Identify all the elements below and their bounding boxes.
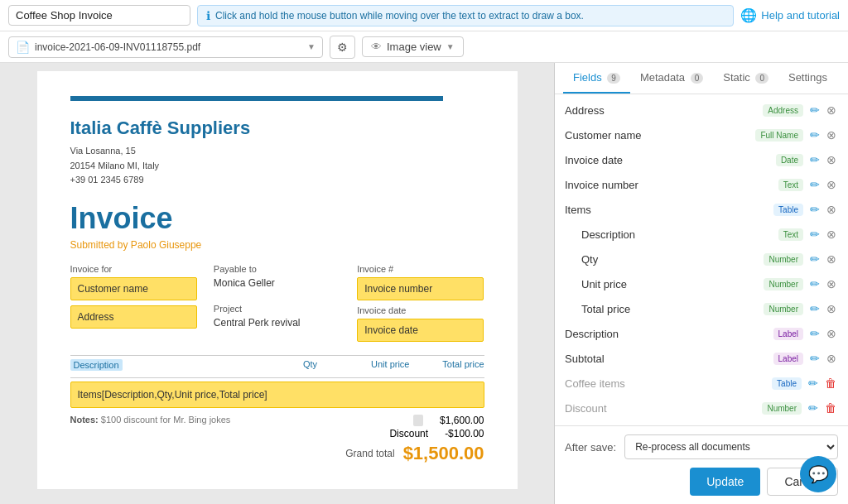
- subtotal-line: $1,600.00: [345, 415, 484, 426]
- invoice-date-label: Invoice date: [357, 305, 484, 315]
- edit-total-price-btn[interactable]: ✏: [808, 300, 822, 317]
- invoice-date-field[interactable]: Invoice date: [357, 319, 484, 342]
- delete-total-price-btn[interactable]: ⊗: [825, 300, 838, 317]
- tab-fields-label: Fields: [573, 71, 602, 84]
- field-row-address: Address Address ✏ ⊗: [555, 98, 848, 122]
- tab-fields-badge: 9: [607, 73, 620, 84]
- field-name-customer: Customer name: [565, 129, 750, 142]
- chat-icon: 💬: [808, 464, 829, 484]
- fields-panel: Fields 9 Metadata 0 Static 0 Settings Ad…: [555, 63, 848, 504]
- file-selector[interactable]: 📄 invoice-2021-06-09-INV01118755.pdf ▼: [8, 36, 323, 58]
- delete-subtotal-btn[interactable]: ⊗: [825, 350, 838, 367]
- notes-row: Notes: $100 discount for Mr. Bing jokes …: [70, 415, 484, 464]
- help-link[interactable]: 🌐 Help and tutorial: [740, 7, 840, 23]
- chat-button[interactable]: 💬: [800, 456, 836, 492]
- main-layout: Italia Caffè Suppliers Via Losanna, 15 2…: [0, 63, 848, 504]
- field-name-qty: Qty: [565, 253, 759, 266]
- discount-line: Discount -$100.00: [345, 428, 484, 439]
- after-save-select[interactable]: Re-process all documents Do nothing Proc…: [624, 434, 838, 459]
- delete-address-btn[interactable]: ⊗: [825, 102, 838, 118]
- delete-invoice-number-btn[interactable]: ⊗: [825, 176, 838, 193]
- tab-metadata-label: Metadata: [640, 71, 685, 84]
- edit-qty-btn[interactable]: ✏: [808, 251, 822, 267]
- grand-total-label: Grand total: [345, 448, 394, 459]
- filter-button[interactable]: ⚙: [330, 36, 355, 59]
- field-actions-description-label: ✏ ⊗: [808, 325, 838, 342]
- delete-unit-price-btn[interactable]: ⊗: [825, 276, 838, 292]
- field-name-items: Items: [565, 204, 768, 216]
- field-actions-coffee-items: ✏ 🗑: [807, 375, 838, 391]
- tab-fields[interactable]: Fields 9: [563, 63, 630, 94]
- edit-invoice-date-btn[interactable]: ✏: [808, 151, 822, 168]
- tab-metadata[interactable]: Metadata 0: [630, 63, 713, 94]
- invoice-for-col: Invoice for Customer name Address: [70, 264, 197, 342]
- edit-coffee-items-btn[interactable]: ✏: [807, 375, 820, 391]
- field-actions-subtotal: ✏ ⊗: [808, 350, 838, 367]
- field-tag-description-label: Label: [773, 328, 803, 340]
- doc-title-input[interactable]: [8, 5, 190, 26]
- address-field[interactable]: Address: [70, 305, 197, 329]
- field-name-unit-price: Unit price: [565, 278, 759, 290]
- subtotal-value: $1,600.00: [440, 415, 484, 426]
- company-name: Italia Caffè Suppliers: [70, 118, 484, 139]
- panel-tabs: Fields 9 Metadata 0 Static 0 Settings: [555, 63, 848, 94]
- delete-invoice-date-btn[interactable]: ⊗: [825, 151, 838, 168]
- field-row-coffee-items: Coffee items Table ✏ 🗑: [555, 371, 848, 396]
- info-banner: ℹ Click and hold the mouse button while …: [197, 5, 734, 26]
- notes-label: Notes:: [70, 415, 99, 425]
- field-actions-items: ✏ ⊗: [808, 201, 838, 218]
- update-button[interactable]: Update: [690, 468, 760, 496]
- edit-invoice-number-btn[interactable]: ✏: [808, 176, 822, 193]
- submitted-by: Submitted by Paolo Giuseppe: [70, 239, 484, 251]
- edit-customer-btn[interactable]: ✏: [808, 127, 822, 143]
- payable-to-value: Monica Geller: [214, 277, 340, 289]
- save-row: After save: Re-process all documents Do …: [565, 434, 838, 459]
- field-name-subtotal: Subtotal: [565, 353, 768, 365]
- delete-coffee-items-btn[interactable]: 🗑: [823, 375, 838, 391]
- field-row-items: Items Table ✏ ⊗: [555, 197, 848, 222]
- field-actions-invoice-number: ✏ ⊗: [808, 176, 838, 193]
- field-actions-description-sub: ✏ ⊗: [808, 226, 838, 242]
- desc-col-header: Description: [70, 359, 286, 374]
- edit-subtotal-btn[interactable]: ✏: [808, 350, 822, 367]
- discount-label: Discount: [389, 428, 428, 439]
- edit-discount-btn[interactable]: ✏: [807, 400, 820, 416]
- edit-unit-price-btn[interactable]: ✏: [808, 276, 822, 292]
- company-address: Via Losanna, 15 20154 Milano MI, Italy +…: [70, 144, 484, 188]
- fields-list: Address Address ✏ ⊗ Customer name Full N…: [555, 94, 848, 425]
- document-panel: Italia Caffè Suppliers Via Losanna, 15 2…: [0, 63, 555, 504]
- tab-static[interactable]: Static 0: [713, 63, 778, 94]
- grand-total-line: Grand total $1,500.00: [345, 443, 484, 464]
- edit-description-label-btn[interactable]: ✏: [808, 325, 822, 342]
- view-selector[interactable]: 👁 Image view ▼: [362, 36, 464, 57]
- help-link-label: Help and tutorial: [761, 9, 840, 22]
- eye-icon: 👁: [371, 41, 382, 53]
- grand-total-value: $1,500.00: [403, 443, 484, 464]
- edit-description-sub-btn[interactable]: ✏: [808, 226, 822, 242]
- delete-items-btn[interactable]: ⊗: [825, 201, 838, 218]
- customer-name-field[interactable]: Customer name: [70, 277, 197, 300]
- filename-label: invoice-2021-06-09-INV01118755.pdf: [35, 41, 302, 53]
- field-name-discount: Discount: [565, 402, 757, 415]
- after-save-select-wrapper: Re-process all documents Do nothing Proc…: [624, 434, 838, 459]
- field-row-invoice-date: Invoice date Date ✏ ⊗: [555, 147, 848, 172]
- delete-description-sub-btn[interactable]: ⊗: [825, 226, 838, 242]
- tab-metadata-badge: 0: [691, 73, 704, 84]
- edit-address-btn[interactable]: ✏: [808, 102, 822, 118]
- field-tag-invoice-number: Text: [778, 179, 803, 191]
- delete-discount-btn[interactable]: 🗑: [823, 400, 838, 416]
- desc-highlight: Description: [70, 359, 123, 371]
- field-name-description-sub: Description: [565, 228, 773, 241]
- field-tag-description-sub: Text: [778, 228, 803, 241]
- delete-description-label-btn[interactable]: ⊗: [825, 325, 838, 342]
- delete-qty-btn[interactable]: ⊗: [825, 251, 838, 267]
- invoice-number-field[interactable]: Invoice number: [357, 277, 484, 300]
- info-text: Click and hold the mouse button while mo…: [215, 10, 584, 22]
- edit-items-btn[interactable]: ✏: [808, 201, 822, 218]
- delete-customer-btn[interactable]: ⊗: [825, 127, 838, 143]
- project-value: Central Perk revival: [214, 317, 340, 329]
- tab-settings[interactable]: Settings: [778, 63, 837, 94]
- field-row-description-sub: Description Text ✏ ⊗: [555, 222, 848, 247]
- field-tag-items: Table: [773, 204, 803, 216]
- total-price-col-header: Total price: [410, 359, 484, 374]
